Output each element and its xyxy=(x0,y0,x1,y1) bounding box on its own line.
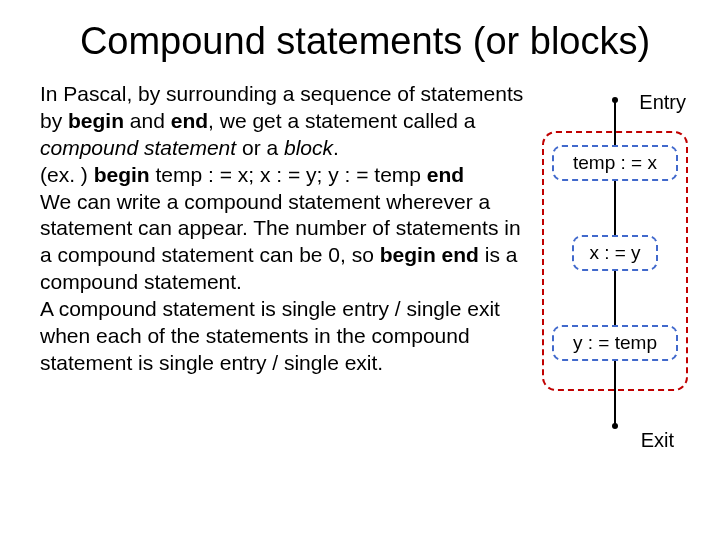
text: . xyxy=(333,136,339,159)
body-text: In Pascal, by surrounding a sequence of … xyxy=(40,81,540,377)
text: and xyxy=(124,109,171,132)
exit-label: Exit xyxy=(641,429,674,452)
kw-begin-end: begin end xyxy=(380,243,479,266)
stmt-node-1: temp : = x xyxy=(552,145,678,181)
exit-dot-icon xyxy=(612,423,618,429)
arrow-line xyxy=(614,181,616,235)
text: , we get a statement called a xyxy=(208,109,475,132)
term-compound: compound statement xyxy=(40,136,236,159)
entry-label: Entry xyxy=(639,91,686,114)
stmt-node-2: x : = y xyxy=(572,235,658,271)
slide: Compound statements (or blocks) In Pasca… xyxy=(0,0,720,397)
slide-title: Compound statements (or blocks) xyxy=(40,20,690,63)
example-body: temp : = x; x : = y; y : = temp xyxy=(150,163,427,186)
arrow-line xyxy=(614,361,616,425)
content-row: In Pascal, by surrounding a sequence of … xyxy=(40,81,690,377)
kw-end: end xyxy=(171,109,208,132)
kw-end: end xyxy=(427,163,464,186)
arrow-line xyxy=(614,271,616,325)
stmt-node-3: y : = temp xyxy=(552,325,678,361)
kw-begin: begin xyxy=(68,109,124,132)
term-block: block xyxy=(284,136,333,159)
kw-begin: begin xyxy=(94,163,150,186)
example-prefix: (ex. ) xyxy=(40,163,94,186)
text: or a xyxy=(236,136,284,159)
text: A compound statement is single entry / s… xyxy=(40,297,500,374)
